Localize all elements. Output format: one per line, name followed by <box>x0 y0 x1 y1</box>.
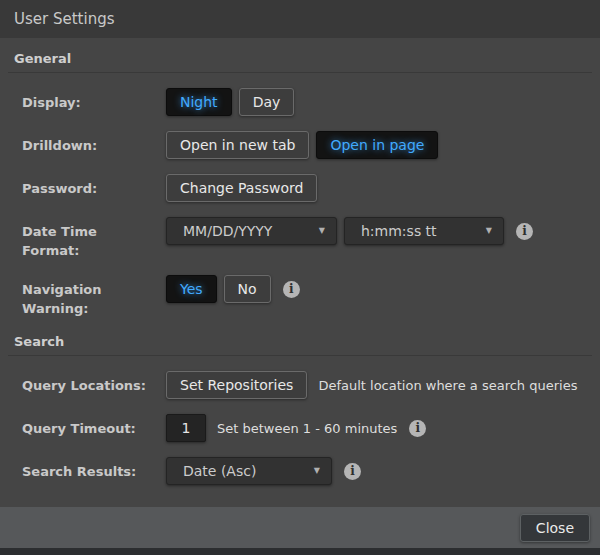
change-password-button[interactable]: Change Password <box>166 174 317 202</box>
section-divider <box>8 355 592 356</box>
user-settings-dialog: User Settings General Display: Night Day… <box>0 0 600 555</box>
display-day-button[interactable]: Day <box>239 88 295 116</box>
nav-warning-no-button[interactable]: No <box>224 275 271 303</box>
section-divider <box>8 72 592 73</box>
chevron-down-icon: ▼ <box>314 458 320 484</box>
query-timeout-input[interactable] <box>166 414 206 442</box>
date-format-dropdown[interactable]: MM/DD/YYYY ▼ <box>166 217 337 245</box>
settings-content: General Display: Night Day Drilldown: Op… <box>0 38 600 507</box>
row-navigation-warning: Navigation Warning: Yes No i <box>22 275 600 318</box>
query-timeout-label: Query Timeout: <box>22 414 166 438</box>
chevron-down-icon: ▼ <box>486 218 492 244</box>
drilldown-new-tab-button[interactable]: Open in new tab <box>166 131 309 159</box>
section-header-general: General <box>14 51 600 66</box>
bottom-strip <box>0 548 600 555</box>
search-results-info-icon[interactable]: i <box>344 463 361 480</box>
datetime-info-icon[interactable]: i <box>516 223 533 240</box>
chevron-down-icon: ▼ <box>319 218 325 244</box>
dialog-footer: Close <box>0 507 600 548</box>
query-locations-label: Query Locations: <box>22 371 166 395</box>
datetime-format-label: Date Time Format: <box>22 217 166 260</box>
row-password: Password: Change Password <box>22 174 600 202</box>
drilldown-label: Drilldown: <box>22 131 166 155</box>
row-query-timeout: Query Timeout: Set between 1 - 60 minute… <box>22 414 600 442</box>
time-format-value: h:mm:ss tt <box>361 223 437 239</box>
nav-warning-info-icon[interactable]: i <box>283 281 300 298</box>
row-datetime-format: Date Time Format: MM/DD/YYYY ▼ h:mm:ss t… <box>22 217 600 260</box>
search-results-label: Search Results: <box>22 457 166 481</box>
row-drilldown: Drilldown: Open in new tab Open in page <box>22 131 600 159</box>
navigation-warning-label: Navigation Warning: <box>22 275 166 318</box>
time-format-dropdown[interactable]: h:mm:ss tt ▼ <box>344 217 504 245</box>
drilldown-in-page-button[interactable]: Open in page <box>316 131 438 159</box>
query-timeout-info-icon[interactable]: i <box>409 420 426 437</box>
row-query-locations: Query Locations: Set Repositories Defaul… <box>22 371 600 399</box>
display-night-button[interactable]: Night <box>166 88 232 116</box>
query-locations-description: Default location where a search queries <box>318 378 577 393</box>
close-button[interactable]: Close <box>520 514 590 542</box>
dialog-title: User Settings <box>0 0 600 38</box>
nav-warning-yes-button[interactable]: Yes <box>166 275 217 303</box>
row-search-results: Search Results: Date (Asc) ▼ i <box>22 457 600 485</box>
search-results-dropdown[interactable]: Date (Asc) ▼ <box>166 457 332 485</box>
set-repositories-button[interactable]: Set Repositories <box>166 371 307 399</box>
section-header-search: Search <box>14 334 600 349</box>
query-timeout-description: Set between 1 - 60 minutes <box>217 421 397 436</box>
date-format-value: MM/DD/YYYY <box>183 223 272 239</box>
search-results-value: Date (Asc) <box>183 463 256 479</box>
display-label: Display: <box>22 88 166 112</box>
password-label: Password: <box>22 174 166 198</box>
row-display: Display: Night Day <box>22 88 600 116</box>
